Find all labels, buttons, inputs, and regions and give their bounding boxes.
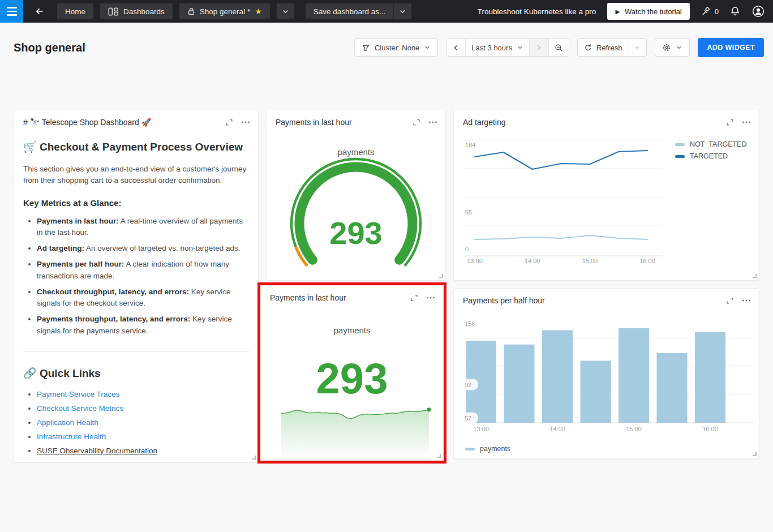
page-header: Shop general Cluster: None Last 3 hours xyxy=(0,23,773,59)
widget-resize-handle[interactable] xyxy=(753,274,757,278)
gear-icon xyxy=(662,43,671,52)
widget-menu-button[interactable] xyxy=(428,118,437,126)
back-button[interactable] xyxy=(31,3,47,19)
link-payment-service-traces[interactable]: Payment Service Traces xyxy=(37,390,119,398)
markdown-widget: # 🔭 Telescope Shop Dashboard 🚀 🛒 Checkou… xyxy=(14,110,259,462)
save-dashboard-as-label: Save dashboard as... xyxy=(314,7,386,16)
legend-label: NOT_TARGETED xyxy=(690,140,746,148)
metric-label: Ad targeting: xyxy=(37,244,84,252)
expand-widget-button[interactable] xyxy=(726,118,734,126)
spark-value: 293 xyxy=(261,355,443,402)
svg-text:16:00: 16:00 xyxy=(639,258,655,264)
svg-text:57: 57 xyxy=(465,415,471,422)
list-item: Payments throughput, latency, and errors… xyxy=(37,314,249,337)
chevron-down-icon xyxy=(282,8,289,15)
notifications-button[interactable] xyxy=(730,6,740,16)
ellipsis-icon xyxy=(428,118,437,126)
user-avatar[interactable] xyxy=(751,5,765,18)
chevron-down-icon xyxy=(399,8,406,15)
widget-resize-handle[interactable] xyxy=(437,454,441,458)
refresh-button[interactable]: Refresh xyxy=(578,39,628,56)
widget-menu-button[interactable] xyxy=(742,118,751,126)
bar-chart-canvas: 579215613:0014:0015:0016:00 xyxy=(454,289,759,459)
widget-menu-button[interactable] xyxy=(742,297,751,304)
list-item: Checkout Service Metrics xyxy=(37,404,249,413)
list-item: Payments per half hour: A clear indicati… xyxy=(37,259,249,282)
widget-menu-button[interactable] xyxy=(241,118,250,126)
link-application-health[interactable]: Application Health xyxy=(37,418,98,427)
markdown-description: This section gives you an end-to-end vie… xyxy=(23,164,249,187)
expand-widget-button[interactable] xyxy=(726,297,734,304)
metric-label: Payments per half hour: xyxy=(37,260,124,268)
expand-icon xyxy=(726,118,734,126)
chevron-down-icon xyxy=(676,44,682,51)
tab-dashboards[interactable]: Dashboards xyxy=(100,3,173,19)
widget-resize-handle[interactable] xyxy=(252,456,256,460)
widget-resize-handle[interactable] xyxy=(753,452,757,456)
watch-tutorial-label: Watch the tutorial xyxy=(625,7,682,16)
time-zoom-out-button[interactable] xyxy=(548,39,569,56)
markdown-heading: 🛒 Checkout & Payment Process Overview xyxy=(23,140,249,153)
legend-swatch xyxy=(675,155,685,158)
pinned-items[interactable]: 0 xyxy=(701,7,719,16)
dashboards-icon xyxy=(108,7,119,16)
page-title: Shop general xyxy=(14,41,85,54)
unlock-icon xyxy=(187,7,195,15)
ellipsis-icon xyxy=(426,294,435,302)
tabs-overflow-button[interactable] xyxy=(277,3,294,19)
expand-widget-button[interactable] xyxy=(413,118,420,126)
watch-tutorial-button[interactable]: ▶ Watch the tutorial xyxy=(607,3,689,20)
cluster-filter-button[interactable]: Cluster: None xyxy=(354,38,438,57)
link-checkout-service-metrics[interactable]: Checkout Service Metrics xyxy=(37,404,123,413)
quick-links-heading: 🔗 Quick Links xyxy=(23,367,249,380)
save-dashboard-as-button[interactable]: Save dashboard as... xyxy=(306,3,394,19)
avatar-icon xyxy=(751,5,765,18)
save-dashboard-menu-button[interactable] xyxy=(393,3,411,19)
chevron-left-icon xyxy=(452,44,459,52)
save-dashboard-split-button: Save dashboard as... xyxy=(306,3,412,19)
add-widget-button[interactable]: ADD WIDGET xyxy=(698,38,764,57)
tab-home[interactable]: Home xyxy=(57,3,93,19)
widget-resize-handle[interactable] xyxy=(439,274,443,278)
link-infrastructure-health[interactable]: Infrastructure Health xyxy=(37,432,106,441)
widget-title: Payments per half hour xyxy=(463,296,545,305)
refresh-group: Refresh xyxy=(577,38,647,57)
legend-item[interactable]: NOT_TARGETED xyxy=(675,140,746,148)
refresh-label: Refresh xyxy=(596,44,622,52)
metric-text: An overview of targeted vs. non-targeted… xyxy=(84,244,240,252)
link-suse-observability-docs[interactable]: SUSE Observability Documentation xyxy=(37,447,157,455)
pin-count: 0 xyxy=(715,7,719,16)
time-back-button[interactable] xyxy=(446,39,465,56)
svg-text:15:00: 15:00 xyxy=(626,426,642,432)
expand-widget-button[interactable] xyxy=(225,118,233,126)
svg-text:156: 156 xyxy=(465,320,475,327)
svg-text:16:00: 16:00 xyxy=(702,426,718,432)
svg-text:14:00: 14:00 xyxy=(549,426,565,432)
expand-widget-button[interactable] xyxy=(410,294,418,302)
favorite-star-icon[interactable]: ★ xyxy=(255,7,262,15)
list-item: Infrastructure Health xyxy=(37,432,249,441)
svg-text:15:00: 15:00 xyxy=(582,258,598,264)
svg-text:13:00: 13:00 xyxy=(467,258,483,264)
chart-legend: payments xyxy=(465,445,510,453)
tab-shop-general[interactable]: Shop general * ★ xyxy=(179,3,270,19)
ad-targeting-widget: Ad targeting 06518413:0014:0015:0016:00 … xyxy=(453,110,759,281)
time-forward-button[interactable] xyxy=(529,39,548,56)
legend-item[interactable]: payments xyxy=(465,445,510,453)
cluster-filter-label: Cluster: None xyxy=(375,44,419,52)
metrics-list: Payments in last hour: A real-time overv… xyxy=(37,216,249,337)
refresh-menu-button[interactable] xyxy=(628,39,646,56)
dashboard-settings-button[interactable] xyxy=(655,38,690,57)
payments-per-half-hour-widget: Payments per half hour 579215613:0014:00… xyxy=(453,288,759,459)
tab-shop-general-label: Shop general * xyxy=(200,7,250,16)
legend-item[interactable]: TARGETED xyxy=(675,152,746,160)
list-item: SUSE Observability Documentation xyxy=(37,447,249,455)
widget-menu-button[interactable] xyxy=(426,294,435,302)
dashboard-tabs: Home Dashboards Shop general * ★ xyxy=(57,3,294,19)
spark-series-label: payments xyxy=(261,325,443,335)
time-range-button[interactable]: Last 3 hours xyxy=(465,39,529,56)
gauge-value: 293 xyxy=(267,217,445,250)
ellipsis-icon xyxy=(241,118,250,126)
menu-button[interactable] xyxy=(0,0,23,23)
svg-text:0: 0 xyxy=(465,246,469,252)
